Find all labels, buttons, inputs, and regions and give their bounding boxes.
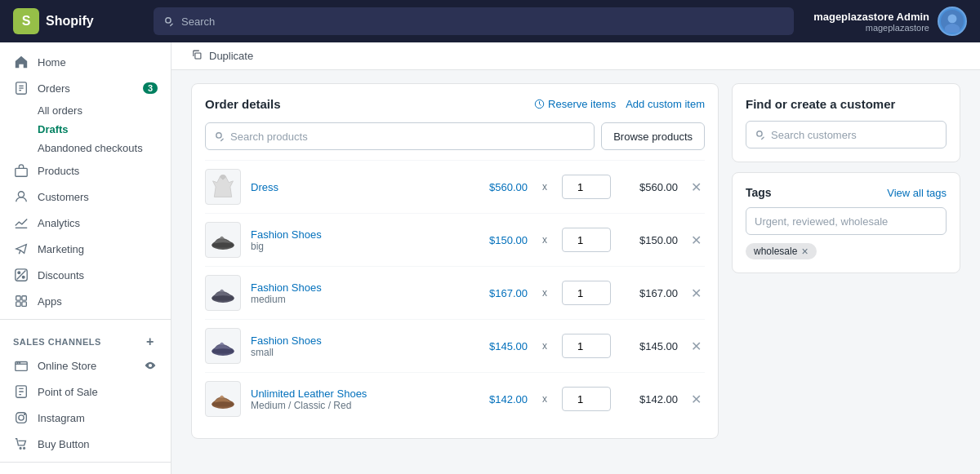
sidebar-item-analytics[interactable]: Analytics bbox=[0, 210, 171, 236]
drafts-label: Drafts bbox=[38, 123, 69, 135]
shoes-medium-remove-button[interactable]: ✕ bbox=[688, 286, 705, 301]
order-details-header: Order details Reserve items Add custom i… bbox=[205, 97, 705, 111]
online-store-label: Online Store bbox=[38, 360, 96, 372]
tags-input[interactable] bbox=[755, 215, 938, 228]
shoes-medium-thumbnail bbox=[205, 275, 241, 311]
shoes-medium-info: Fashion Shoes medium bbox=[251, 281, 461, 305]
discounts-icon bbox=[13, 267, 29, 283]
two-col-layout: Order details Reserve items Add custom i… bbox=[172, 70, 980, 462]
shoes-small-qty-input[interactable] bbox=[562, 334, 611, 358]
sidebar-item-pos[interactable]: Point of Sale bbox=[0, 379, 171, 405]
shoes-big-remove-button[interactable]: ✕ bbox=[688, 233, 705, 248]
order-details-card: Order details Reserve items Add custom i… bbox=[191, 83, 719, 439]
clock-icon bbox=[534, 99, 545, 109]
sidebar-divider-2 bbox=[0, 462, 171, 463]
shoes-small-total: $145.00 bbox=[621, 340, 678, 352]
topnav: S shopify mageplazastore Admin mageplaza… bbox=[0, 0, 980, 42]
shoes-big-qty-input[interactable] bbox=[562, 228, 611, 252]
svg-rect-29 bbox=[195, 53, 201, 59]
customer-search-wrapper[interactable] bbox=[746, 121, 947, 148]
shoes-big-image bbox=[210, 227, 236, 253]
add-custom-item-label: Add custom item bbox=[626, 98, 705, 110]
tags-chips-list: wholesale × bbox=[746, 243, 947, 259]
add-sales-channel-button[interactable]: + bbox=[143, 334, 158, 349]
svg-point-21 bbox=[20, 362, 20, 363]
sidebar-item-instagram[interactable]: Instagram bbox=[0, 405, 171, 431]
avatar-image bbox=[941, 10, 964, 33]
dress-info: Dress bbox=[251, 181, 461, 193]
dress-name-link[interactable]: Dress bbox=[251, 181, 461, 193]
products-icon bbox=[13, 162, 29, 179]
sidebar-item-orders[interactable]: Orders 3 bbox=[0, 75, 171, 101]
orders-badge: 3 bbox=[143, 82, 158, 94]
order-item-leather-shoes: Unlimited Leather Shoes Medium / Classic… bbox=[205, 372, 705, 425]
duplicate-label[interactable]: Duplicate bbox=[209, 50, 253, 62]
reserve-items-button[interactable]: Reserve items bbox=[534, 98, 616, 110]
global-search-bar[interactable] bbox=[154, 7, 794, 35]
dress-remove-button[interactable]: ✕ bbox=[688, 179, 705, 195]
pos-icon bbox=[13, 383, 29, 400]
svg-point-27 bbox=[24, 448, 25, 450]
dress-qty-input[interactable] bbox=[562, 175, 611, 199]
product-search-input[interactable] bbox=[230, 131, 586, 143]
svg-rect-17 bbox=[16, 302, 20, 306]
online-store-eye-icon[interactable] bbox=[143, 358, 158, 373]
sidebar-item-products[interactable]: Products bbox=[0, 157, 171, 184]
order-item-shoes-medium: Fashion Shoes medium $167.00 x $167.00 ✕ bbox=[205, 266, 705, 319]
orders-label: Orders bbox=[38, 82, 70, 95]
user-avatar[interactable] bbox=[938, 7, 967, 36]
shoes-big-name-link[interactable]: Fashion Shoes bbox=[251, 228, 461, 241]
instagram-label: Instagram bbox=[38, 412, 85, 424]
tags-title: Tags bbox=[746, 186, 772, 199]
shoes-medium-qty-input[interactable] bbox=[562, 281, 611, 305]
sidebar-item-buy-button[interactable]: Buy Button bbox=[0, 431, 171, 457]
sidebar-item-abandoned[interactable]: Abandoned checkouts bbox=[0, 139, 171, 157]
leather-shoes-name-link[interactable]: Unlimited Leather Shoes bbox=[251, 388, 461, 400]
sidebar-item-settings[interactable]: Settings bbox=[0, 467, 171, 474]
global-search-input[interactable] bbox=[181, 16, 784, 28]
discounts-label: Discounts bbox=[38, 269, 84, 281]
logo[interactable]: S shopify bbox=[13, 8, 144, 34]
shoes-medium-name-link[interactable]: Fashion Shoes bbox=[251, 281, 461, 294]
remove-tag-wholesale-button[interactable]: × bbox=[801, 246, 808, 257]
shoes-big-info: Fashion Shoes big bbox=[251, 228, 461, 252]
sidebar-item-all-orders[interactable]: All orders bbox=[0, 101, 171, 120]
tags-search-wrapper[interactable] bbox=[746, 207, 947, 235]
svg-rect-15 bbox=[16, 296, 20, 300]
sidebar-item-home[interactable]: Home bbox=[0, 49, 171, 75]
shoes-small-remove-button[interactable]: ✕ bbox=[688, 339, 705, 354]
customers-icon bbox=[13, 188, 29, 205]
orders-icon bbox=[13, 80, 29, 96]
sales-channels-header: SALES CHANNELS + bbox=[0, 325, 171, 352]
leather-shoes-info: Unlimited Leather Shoes Medium / Classic… bbox=[251, 388, 461, 411]
svg-point-24 bbox=[19, 415, 24, 420]
sidebar-item-drafts[interactable]: Drafts bbox=[0, 120, 171, 139]
marketing-icon bbox=[13, 241, 29, 257]
sidebar-item-customers[interactable]: Customers bbox=[0, 184, 171, 210]
search-icon bbox=[163, 16, 175, 27]
sidebar-item-apps[interactable]: Apps bbox=[0, 288, 171, 314]
sidebar-item-marketing[interactable]: Marketing bbox=[0, 236, 171, 262]
sidebar-item-discounts[interactable]: Discounts bbox=[0, 262, 171, 288]
sidebar-item-online-store[interactable]: Online Store bbox=[0, 352, 171, 379]
leather-shoes-remove-button[interactable]: ✕ bbox=[688, 392, 705, 407]
sidebar-divider bbox=[0, 319, 171, 320]
leather-shoes-qty-input[interactable] bbox=[562, 387, 611, 411]
customers-label: Customers bbox=[38, 191, 89, 203]
find-customer-title: Find or create a customer bbox=[746, 97, 947, 111]
home-icon bbox=[13, 54, 29, 70]
abandoned-label: Abandoned checkouts bbox=[38, 142, 143, 154]
browse-products-button[interactable]: Browse products bbox=[601, 122, 705, 150]
order-item-shoes-small: Fashion Shoes small $145.00 x $145.00 ✕ bbox=[205, 319, 705, 372]
view-all-tags-button[interactable]: View all tags bbox=[887, 187, 947, 199]
main-layout: Home Orders 3 All orders Drafts Abandone… bbox=[0, 42, 980, 474]
all-orders-label: All orders bbox=[38, 104, 82, 117]
shoes-medium-image bbox=[210, 280, 236, 306]
dress-x: x bbox=[537, 181, 552, 193]
product-search-wrapper[interactable] bbox=[205, 122, 595, 150]
shoes-small-name-link[interactable]: Fashion Shoes bbox=[251, 334, 461, 347]
customer-search-input[interactable] bbox=[771, 129, 938, 141]
add-custom-item-button[interactable]: Add custom item bbox=[626, 98, 705, 110]
apps-icon bbox=[13, 293, 29, 309]
shoes-small-price: $145.00 bbox=[470, 340, 528, 352]
